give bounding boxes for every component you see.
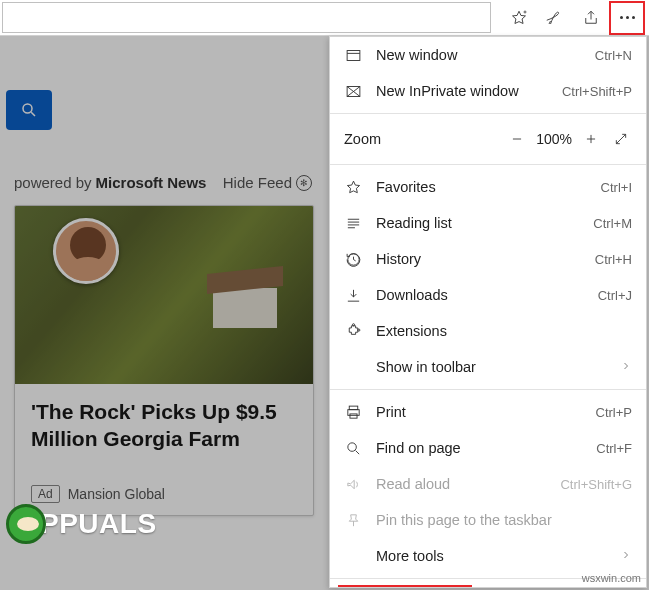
zoom-out-button[interactable] — [502, 124, 532, 154]
menu-new-window[interactable]: New window Ctrl+N — [330, 37, 646, 73]
menu-separator — [330, 389, 646, 390]
powered-brand: Microsoft News — [96, 174, 207, 191]
svg-point-5 — [357, 329, 359, 331]
news-headline: 'The Rock' Picks Up $9.5 Million Georgia… — [15, 384, 313, 463]
window-icon — [344, 46, 362, 64]
extensions-icon — [344, 322, 362, 340]
chevron-right-icon — [620, 548, 632, 564]
menu-extensions[interactable]: Extensions — [330, 313, 646, 349]
highlight-box — [338, 585, 472, 589]
browser-topbar — [0, 0, 649, 36]
more-menu-button[interactable] — [609, 1, 645, 35]
appuals-logo: PPUALS — [6, 498, 186, 550]
svg-point-9 — [347, 442, 356, 451]
pin-icon — [344, 511, 362, 529]
star-icon — [344, 178, 362, 196]
svg-rect-8 — [349, 413, 356, 417]
chevron-right-icon — [620, 359, 632, 375]
gear-small-icon[interactable]: ✻ — [296, 175, 312, 191]
menu-downloads[interactable]: Downloads Ctrl+J — [330, 277, 646, 313]
toolbar-icons — [491, 0, 649, 35]
favorites-star-icon[interactable] — [501, 1, 537, 35]
house-graphic — [213, 288, 277, 328]
ellipsis-icon — [620, 16, 635, 19]
search-icon — [344, 439, 362, 457]
news-thumbnail — [15, 206, 313, 384]
share-icon[interactable] — [573, 1, 609, 35]
zoom-value: 100% — [532, 131, 576, 147]
menu-read-aloud: Read aloud Ctrl+Shift+G — [330, 466, 646, 502]
inprivate-icon — [344, 82, 362, 100]
menu-find[interactable]: Find on page Ctrl+F — [330, 430, 646, 466]
menu-separator — [330, 113, 646, 114]
history-icon — [344, 250, 362, 268]
menu-new-inprivate[interactable]: New InPrivate window Ctrl+Shift+P — [330, 73, 646, 109]
avatar — [53, 218, 119, 284]
menu-print[interactable]: Print Ctrl+P — [330, 394, 646, 430]
mascot-icon — [6, 504, 46, 544]
search-button[interactable] — [6, 90, 52, 130]
reading-list-icon — [344, 214, 362, 232]
menu-pin-taskbar: Pin this page to the taskbar — [330, 502, 646, 538]
zoom-in-button[interactable] — [576, 124, 606, 154]
read-aloud-icon — [344, 475, 362, 493]
notes-icon[interactable] — [537, 1, 573, 35]
news-card[interactable]: 'The Rock' Picks Up $9.5 Million Georgia… — [14, 205, 314, 516]
svg-rect-6 — [349, 406, 358, 410]
print-icon — [344, 403, 362, 421]
download-icon — [344, 286, 362, 304]
menu-reading-list[interactable]: Reading list Ctrl+M — [330, 205, 646, 241]
more-menu: New window Ctrl+N New InPrivate window C… — [329, 36, 647, 588]
svg-point-0 — [23, 104, 32, 113]
watermark: wsxwin.com — [582, 572, 641, 584]
hide-feed-link[interactable]: Hide Feed — [223, 174, 292, 191]
svg-point-4 — [352, 323, 354, 325]
fullscreen-button[interactable] — [606, 124, 636, 154]
address-bar[interactable] — [2, 2, 491, 33]
svg-rect-1 — [347, 50, 360, 60]
menu-show-in-toolbar[interactable]: Show in toolbar — [330, 349, 646, 385]
menu-more-tools[interactable]: More tools — [330, 538, 646, 574]
page-content: powered by Microsoft News Hide Feed ✻ 'T… — [0, 72, 330, 516]
powered-prefix: powered by — [14, 174, 92, 191]
menu-favorites[interactable]: Favorites Ctrl+I — [330, 169, 646, 205]
menu-zoom: Zoom 100% — [330, 118, 646, 160]
feed-attribution: powered by Microsoft News Hide Feed ✻ — [14, 174, 330, 191]
menu-separator — [330, 164, 646, 165]
menu-history[interactable]: History Ctrl+H — [330, 241, 646, 277]
